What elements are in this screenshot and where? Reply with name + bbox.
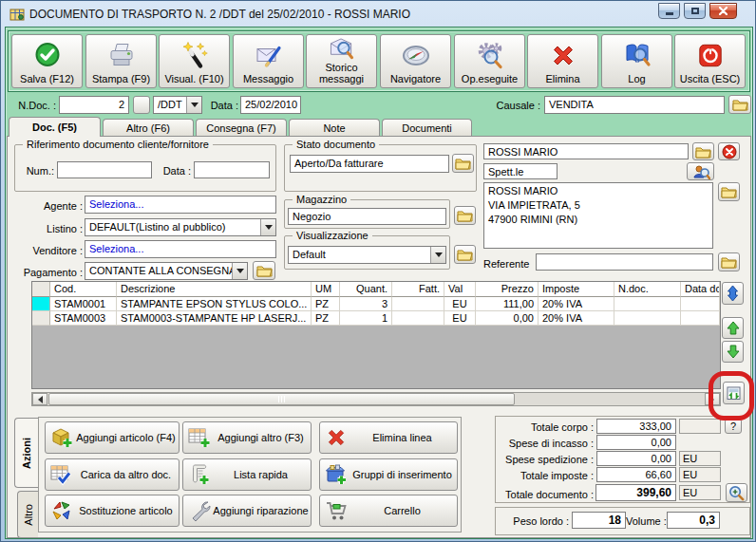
op-eseguite-button[interactable]: Op.eseguite [454, 34, 525, 88]
table-row[interactable]: STAM0001 STAMPANTE EPSON STYLUS COLO... … [32, 297, 720, 311]
customer-lookup-button[interactable] [692, 142, 714, 160]
doc-type-dropdown-button[interactable] [186, 97, 201, 113]
ndoc-lookup-button[interactable] [133, 96, 150, 114]
pagamento-combo[interactable]: CONTANTE ALLA CONSEGNA [85, 262, 248, 280]
totale-corpo-field[interactable]: 333,00 [596, 419, 676, 434]
doc-type-combo[interactable]: /DDT [153, 96, 202, 114]
date-field[interactable]: 25/02/2010 [240, 96, 301, 114]
stato-field[interactable]: Aperto/Da fatturare [290, 155, 449, 173]
totale-imposte-field[interactable]: 66,60 [596, 467, 676, 482]
col-um[interactable]: UM [312, 282, 340, 297]
pagamento-dropdown-button[interactable] [232, 263, 247, 279]
totale-documento-field[interactable]: 399,60 [595, 484, 676, 501]
agente-field[interactable]: Seleziona... [85, 196, 276, 214]
causale-field[interactable]: VENDITA [544, 96, 725, 114]
lista-rapida-button[interactable]: Lista rapida [182, 458, 312, 491]
tab-consegna[interactable]: Consegna (F7) [196, 119, 287, 136]
listino-combo[interactable]: DEFAULT(Listino al pubblico) [85, 218, 276, 236]
delete-circle-icon [722, 144, 737, 159]
ndoc-field[interactable]: 2 [59, 96, 129, 114]
maximize-button[interactable] [684, 3, 706, 19]
elimina-button[interactable]: Elimina [527, 34, 598, 88]
pagamento-lookup-button[interactable] [253, 261, 275, 280]
navigatore-button[interactable]: Navigatore [380, 34, 451, 88]
customer-search-button[interactable] [687, 162, 714, 180]
gruppi-di-inserimento-button[interactable]: Gruppi di inserimento [319, 458, 458, 491]
causale-lookup-button[interactable] [728, 95, 751, 114]
tab-azioni[interactable]: Azioni [14, 418, 38, 488]
salva-button[interactable]: Salva (F12) [11, 34, 83, 88]
rif-num-field[interactable] [57, 161, 152, 178]
move-down-button[interactable] [722, 341, 744, 363]
stampa-button[interactable]: Stampa (F9) [85, 34, 157, 88]
referente-lookup-button[interactable] [718, 252, 740, 271]
tab-note[interactable]: Note [289, 119, 380, 136]
spese-incasso-field[interactable]: 0,00 [596, 435, 676, 450]
move-up-button[interactable] [722, 317, 744, 339]
row-selector[interactable] [32, 297, 50, 311]
customer-clear-button[interactable] [718, 142, 740, 160]
tab-documenti[interactable]: Documenti [382, 119, 472, 136]
log-button[interactable]: Log [601, 34, 672, 88]
col-imposte[interactable]: Imposte [539, 282, 614, 297]
storico-messaggi-button[interactable]: Storico messaggi [306, 34, 377, 88]
tab-altro[interactable]: Altro (F6) [103, 119, 194, 136]
spese-spedizione-field[interactable]: 0,00 [596, 451, 676, 466]
address-lookup-button[interactable] [718, 182, 740, 201]
cell-val: EU [444, 297, 476, 311]
customer-name-field[interactable]: ROSSI MARIO [483, 143, 689, 159]
col-descrizione[interactable]: Descrizione [117, 282, 312, 297]
magazzino-field[interactable]: Negozio [288, 208, 446, 225]
grid-hscrollbar[interactable] [31, 392, 721, 406]
minimize-button[interactable] [658, 3, 680, 19]
sostituzione-articolo-button[interactable]: Sostituzione articolo [45, 495, 180, 527]
aggiungi-articolo-button[interactable]: Aggiungi articolo (F4) [45, 421, 180, 454]
volume-field[interactable]: 0,3 [667, 512, 720, 529]
magazzino-lookup-button[interactable] [454, 206, 476, 225]
visual-button[interactable]: Visual. (F10) [159, 34, 230, 88]
referente-field[interactable] [536, 253, 713, 271]
col-fatt[interactable]: Fatt. [392, 282, 444, 297]
customer-address-box[interactable]: ROSSI MARIO VIA IMPIETRATA, 5 47900 RIMI… [483, 182, 713, 249]
help-button[interactable]: ? [725, 419, 742, 434]
venditore-field[interactable]: Seleziona... [85, 240, 276, 258]
visualizzazione-combo[interactable]: Default [288, 246, 446, 264]
totale-imposte-label: Totale imposte : [494, 469, 594, 482]
col-quant[interactable]: Quant. [340, 282, 392, 297]
carica-da-altro-doc-button[interactable]: Carica da altro doc. [45, 458, 180, 491]
listino-dropdown-button[interactable] [260, 219, 275, 235]
col-val[interactable]: Val [444, 282, 476, 297]
aggiungi-riparazione-button[interactable]: Aggiungi riparazione [182, 495, 312, 527]
tab-altro-azioni[interactable]: Altro [17, 491, 38, 538]
stato-lookup-button[interactable] [452, 154, 474, 173]
elimina-linea-button[interactable]: Elimina linea [319, 421, 458, 454]
col-prezzo[interactable]: Prezzo [476, 282, 539, 297]
peso-lordo-field[interactable]: 18 [572, 512, 626, 529]
visualizzazione-lookup-button[interactable] [454, 245, 476, 264]
messaggio-button[interactable]: Messaggio [233, 34, 304, 88]
visual-label: Visual. (F10) [164, 73, 223, 84]
carrello-button[interactable]: Carrello [319, 495, 458, 527]
close-button[interactable] [709, 3, 737, 19]
zoom-total-button[interactable] [726, 483, 747, 502]
col-cod[interactable]: Cod. [50, 282, 117, 297]
scroll-thumb[interactable] [48, 393, 515, 405]
triangle-left-icon [34, 396, 43, 403]
cell-descrizione: STAM0003-STAMPANTE HP LASERJ... [117, 311, 312, 326]
col-datadoc[interactable]: Data doc [681, 282, 720, 297]
salutation-field[interactable]: Spett.le [483, 163, 558, 179]
rif-date-field[interactable] [194, 161, 270, 178]
uscita-button[interactable]: Uscita (ESC) [674, 34, 746, 88]
tab-doc[interactable]: Doc. (F5) [9, 117, 101, 137]
address-line-2: VIA IMPIETRATA, 5 [488, 198, 709, 213]
move-row-button[interactable] [722, 282, 744, 305]
scroll-left-button[interactable] [32, 393, 47, 405]
volume-label: Volume : [626, 514, 664, 528]
col-ndoc[interactable]: N.doc. [614, 282, 681, 297]
aggiungi-altro-button[interactable]: Aggiungi altro (F3) [182, 421, 312, 454]
table-plus-icon [188, 426, 211, 449]
tab-azioni-label: Azioni [21, 438, 32, 469]
table-row[interactable]: STAM0003 STAM0003-STAMPANTE HP LASERJ...… [32, 311, 720, 326]
row-selector[interactable] [32, 311, 50, 326]
visualizzazione-dropdown-button[interactable] [430, 247, 445, 263]
